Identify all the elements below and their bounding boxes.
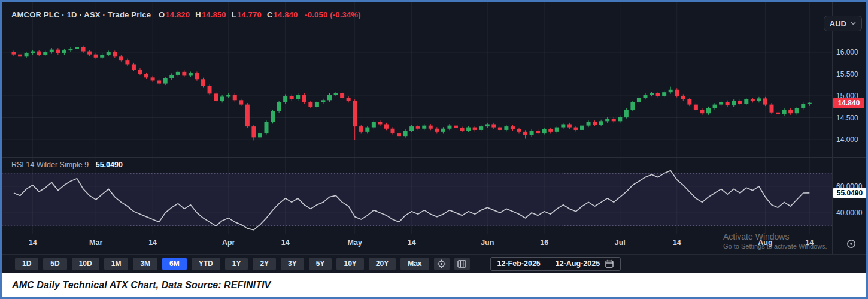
candle	[353, 99, 357, 140]
symbol-title: AMCOR PLC · 1D · ASX · Trade Price	[11, 10, 151, 19]
candle	[416, 125, 420, 131]
range-button-1m[interactable]: 1M	[104, 258, 129, 270]
candle	[687, 98, 691, 106]
candle	[429, 124, 433, 130]
candle	[808, 102, 812, 106]
candle	[18, 53, 22, 58]
candle	[782, 108, 787, 116]
figure-caption: AMC Daily Technical ATX Chart, Data Sour…	[2, 273, 866, 297]
candle	[31, 50, 35, 55]
candle	[315, 101, 319, 108]
candle	[669, 87, 673, 94]
candle	[706, 107, 711, 115]
time-tick-14: 14	[805, 238, 814, 247]
candle	[726, 101, 730, 107]
candle	[630, 101, 635, 111]
candle	[744, 98, 748, 105]
rsi-chart[interactable]	[2, 157, 866, 234]
candle	[100, 53, 104, 59]
range-button-ytd[interactable]: YTD	[192, 258, 220, 270]
candle	[378, 120, 382, 126]
range-button-3y[interactable]: 3Y	[281, 258, 304, 270]
candle	[182, 70, 186, 77]
range-button-10d[interactable]: 10D	[72, 258, 99, 270]
candle	[12, 50, 16, 56]
range-button-1y[interactable]: 1Y	[225, 258, 248, 270]
grid-table-icon	[457, 260, 466, 268]
range-button-6m[interactable]: 6M	[162, 258, 187, 270]
candle	[523, 130, 527, 138]
candle	[567, 123, 572, 129]
candle	[738, 99, 742, 105]
candle	[681, 94, 685, 101]
candle	[397, 131, 401, 140]
candle	[485, 123, 490, 128]
price-chart[interactable]	[2, 2, 866, 157]
range-button-20y[interactable]: 20Y	[369, 258, 396, 270]
data-grid-button[interactable]	[454, 258, 470, 270]
candle	[384, 123, 389, 130]
candle	[56, 48, 60, 55]
candle	[441, 127, 445, 133]
candle	[447, 124, 451, 130]
candle	[75, 44, 79, 50]
chart-settings-button[interactable]	[434, 258, 450, 270]
rsi-current-value: 55.0490	[96, 161, 123, 169]
time-tick-14: 14	[29, 238, 37, 247]
ohlc-o: O14.820	[159, 10, 190, 19]
pane-separator[interactable]	[2, 157, 866, 158]
candle	[454, 124, 458, 129]
candle	[530, 129, 534, 137]
chart-screenshot-frame: AMCOR PLC · 1D · ASX · Trade Price O14.8…	[0, 0, 868, 299]
candle	[296, 93, 300, 101]
candle	[195, 71, 199, 80]
price-axis-separator	[832, 2, 833, 254]
candle	[290, 94, 294, 101]
candle	[119, 55, 123, 62]
range-button-max[interactable]: Max	[400, 258, 429, 270]
candle	[757, 97, 761, 102]
ohlc-h: H14.850	[195, 10, 226, 19]
time-tick-14: 14	[148, 238, 157, 247]
candle	[138, 68, 142, 75]
candle	[125, 59, 129, 66]
candle	[94, 53, 98, 59]
candle	[409, 125, 414, 132]
currency-dropdown[interactable]: AUD	[824, 16, 862, 31]
time-axis[interactable]: 14Mar14Apr14May14Jun16Jul14Aug14	[2, 234, 866, 254]
candle	[700, 108, 704, 115]
time-tick-14: 14	[281, 238, 290, 247]
axis-settings-button[interactable]	[844, 237, 858, 251]
candle	[587, 120, 591, 127]
candle	[25, 52, 29, 58]
symbol-legend: AMCOR PLC · 1D · ASX · Trade Price O14.8…	[11, 10, 361, 19]
date-from: 12-Feb-2025	[497, 259, 541, 268]
ohlc-c: C14.840	[267, 10, 298, 19]
range-button-1d[interactable]: 1D	[15, 258, 38, 270]
rsi-legend: RSI 14 Wilder Simple 9 55.0490	[11, 161, 123, 169]
target-gear-icon	[437, 259, 446, 268]
candle	[473, 126, 477, 131]
range-button-10y[interactable]: 10Y	[336, 258, 363, 270]
candle	[788, 108, 793, 115]
date-range-picker[interactable]: 12-Feb-2025 – 12-Aug-2025	[490, 257, 621, 271]
price-axis-label: 15.500	[836, 70, 858, 78]
candle	[561, 123, 565, 129]
candle	[233, 93, 237, 102]
chevron-down-icon	[851, 22, 856, 25]
candle	[37, 50, 41, 56]
candle	[644, 93, 648, 99]
range-button-3m[interactable]: 3M	[133, 258, 157, 270]
candle	[751, 98, 755, 102]
range-button-2y[interactable]: 2Y	[253, 258, 276, 270]
candle	[347, 96, 351, 102]
candle	[132, 63, 136, 71]
candle	[214, 92, 218, 103]
candle	[201, 78, 205, 88]
range-button-5y[interactable]: 5Y	[309, 258, 332, 270]
candle	[68, 47, 72, 52]
range-button-5d[interactable]: 5D	[43, 258, 66, 270]
candle	[220, 95, 224, 102]
candle	[593, 120, 597, 126]
candle	[795, 107, 799, 115]
